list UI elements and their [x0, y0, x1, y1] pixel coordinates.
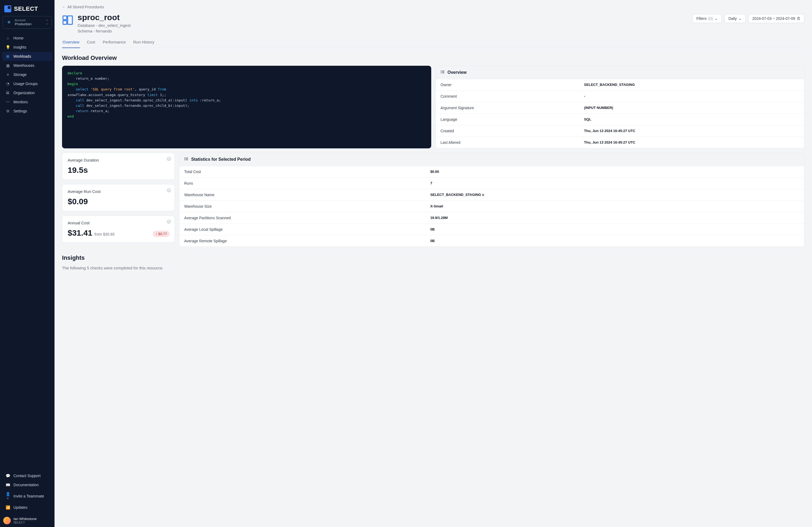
sidebar-item-organization[interactable]: 🏛Organization [2, 88, 52, 97]
sidebar-item-contact-support[interactable]: 💬Contact Support [2, 471, 52, 480]
kv-value: 0B [430, 227, 799, 231]
svg-rect-1 [63, 21, 67, 25]
sidebar-item-insights[interactable]: 💡Insights [2, 43, 52, 52]
filters-button[interactable]: Filters (0) ⌄ [692, 14, 722, 23]
stat-value: 19.5s [68, 166, 169, 175]
stat-card: ⓘAnnual Cost$31.41from $30.65↑$0.77 [62, 215, 175, 243]
brand-name: SELECT [14, 5, 38, 12]
stat-label: Average Duration [68, 158, 169, 162]
updown-chevron-icon: ⌃⌄ [46, 20, 49, 24]
kv-value: Thu, Jun 13 2024 16:45:27 UTC [584, 140, 799, 145]
brand-logo: SELECT [0, 0, 55, 16]
kv-key: Owner [441, 82, 584, 87]
sidebar-item-updates[interactable]: 📶Updates [2, 503, 52, 512]
account-label: Account [15, 18, 43, 22]
overview-row: Comment- [436, 91, 804, 102]
sidebar-item-settings[interactable]: ⚙Settings [2, 107, 52, 116]
sidebar-item-label: Invite a Teammate [13, 494, 44, 498]
sidebar-item-storage[interactable]: ≡Storage [2, 70, 52, 79]
svg-point-8 [441, 73, 441, 73]
svg-rect-2 [68, 16, 73, 25]
overview-row: LanguageSQL [436, 114, 804, 125]
stored-procedure-icon [62, 15, 73, 27]
sidebar-item-home[interactable]: ⌂Home [2, 33, 52, 43]
back-arrow-icon: ← [62, 5, 66, 9]
list-icon [441, 70, 445, 75]
nav-icon: ≡ [5, 73, 10, 77]
sidebar-item-label: Storage [13, 73, 27, 77]
tab-cost[interactable]: Cost [86, 37, 96, 48]
kv-key: Average Partitions Scanned [184, 216, 430, 220]
kv-value: - [584, 94, 799, 99]
kv-key: Average Local Spillage [184, 227, 430, 231]
nav-icon: 🏛 [5, 91, 10, 95]
info-icon[interactable]: ⓘ [167, 157, 171, 162]
sidebar-item-label: Insights [13, 45, 26, 49]
avatar [3, 517, 11, 524]
tab-performance[interactable]: Performance [102, 37, 126, 48]
insights-subtitle: The following 5 checks were completed fo… [62, 266, 804, 270]
tab-overview[interactable]: Overview [62, 37, 80, 48]
sidebar: SELECT ❄ Account Production ⌃⌄ ⌂Home💡Ins… [0, 0, 55, 527]
kv-value: X-Small [430, 204, 799, 209]
nav-icon: 💬 [5, 473, 10, 478]
stats-row: Warehouse NameSELECT_BACKEND_STAGING⧉ [179, 189, 804, 201]
sidebar-item-label: Warehouses [13, 63, 34, 67]
info-icon[interactable]: ⓘ [167, 188, 171, 193]
main-nav: ⌂Home💡Insights⊞Workloads▦Warehouses≡Stor… [0, 32, 55, 469]
stats-panel: Statistics for Selected Period Total Cos… [179, 153, 804, 247]
granularity-select[interactable]: Daily ⌄ [724, 14, 746, 23]
sidebar-item-label: Documentation [13, 483, 39, 487]
sidebar-item-usage-groups[interactable]: ◔Usage Groups [2, 79, 52, 88]
sidebar-item-label: Monitors [13, 100, 28, 104]
sidebar-item-invite-a-teammate[interactable]: 👤+Invite a Teammate [2, 490, 52, 503]
page-subtitle-schema: Schema - fernando [77, 29, 131, 33]
kv-value: 7 [430, 181, 799, 185]
stats-row: Average Local Spillage0B [179, 224, 804, 235]
kv-value: SQL [584, 117, 799, 122]
nav-icon: 〰 [5, 100, 10, 104]
info-icon[interactable]: ⓘ [167, 220, 171, 224]
main-content: ← All Stored Procedures sproc_root Datab… [55, 0, 812, 527]
stats-row: Warehouse SizeX-Small [179, 201, 804, 212]
sidebar-item-workloads[interactable]: ⊞Workloads [2, 52, 52, 61]
overview-row: Last AlteredThu, Jun 13 2024 16:45:27 UT… [436, 137, 804, 148]
sidebar-item-monitors[interactable]: 〰Monitors [2, 97, 52, 107]
account-switcher[interactable]: ❄ Account Production ⌃⌄ [3, 16, 52, 29]
sidebar-item-documentation[interactable]: 📖Documentation [2, 480, 52, 490]
kv-key: Total Cost [184, 169, 430, 174]
chevron-down-icon: ⌄ [714, 16, 718, 21]
kv-value: 0B [430, 239, 799, 243]
kv-key: Warehouse Size [184, 204, 430, 209]
external-link-icon[interactable]: ⧉ [482, 193, 484, 196]
tabs: OverviewCostPerformanceRun History [62, 37, 804, 48]
nav-icon: 📶 [5, 505, 10, 510]
kv-key: Last Altered [441, 140, 584, 145]
svg-point-7 [441, 72, 441, 72]
kv-key: Runs [184, 181, 430, 185]
overview-panel-title: Overview [448, 70, 467, 75]
daterange-picker[interactable]: 2024-07-03 ~ 2024-07-09 🗓 [748, 14, 804, 23]
stat-label: Average Run Cost [68, 189, 169, 194]
stat-label: Annual Cost [68, 221, 169, 225]
logo-icon [4, 5, 11, 12]
sidebar-item-warehouses[interactable]: ▦Warehouses [2, 61, 52, 70]
stats-row: Average Partitions Scanned19.9/1.28M [179, 212, 804, 224]
breadcrumb[interactable]: ← All Stored Procedures [62, 5, 804, 9]
kv-value: $0.60 [430, 169, 799, 174]
page-subtitle-db: Database - dev_select_ingest [77, 23, 131, 28]
stat-sub: from $30.65 [95, 232, 115, 236]
kv-key: Warehouse Name [184, 193, 430, 197]
kv-value: SELECT_BACKEND_STAGING [584, 82, 799, 87]
calendar-icon: 🗓 [797, 16, 800, 21]
user-menu[interactable]: Ian Whitestone SELECT [0, 514, 55, 527]
secondary-nav: 💬Contact Support📖Documentation👤+Invite a… [0, 469, 55, 514]
kv-value[interactable]: SELECT_BACKEND_STAGING⧉ [430, 193, 799, 197]
sidebar-item-label: Contact Support [13, 473, 41, 478]
kv-value: 19.9/1.28M [430, 216, 799, 220]
insights-title: Insights [62, 254, 804, 261]
nav-icon: ⊞ [5, 54, 10, 59]
tab-run-history[interactable]: Run History [133, 37, 155, 48]
sidebar-item-label: Settings [13, 109, 27, 113]
nav-icon: 💡 [5, 45, 10, 49]
